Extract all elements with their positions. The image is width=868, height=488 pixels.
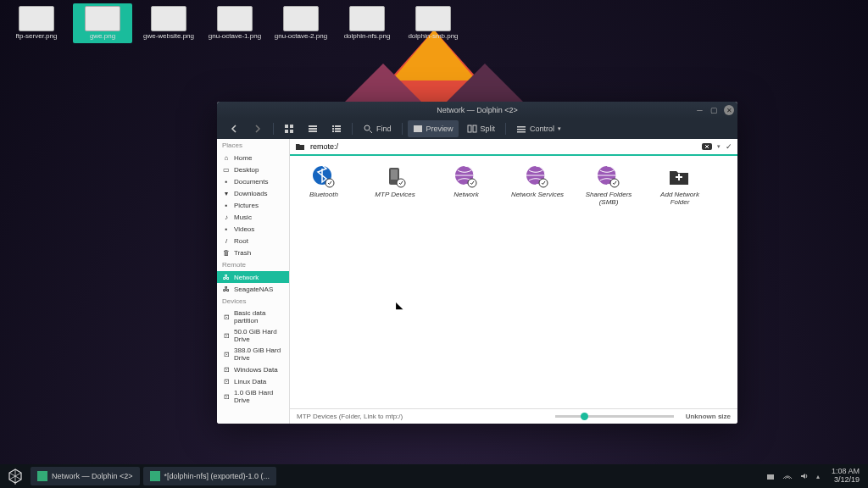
thumbnail-icon bbox=[217, 6, 253, 31]
place-icon: ♪ bbox=[222, 213, 231, 221]
sidebar-item-trash[interactable]: 🗑Trash bbox=[217, 247, 289, 258]
sidebar-item-desktop[interactable]: ▭Desktop bbox=[217, 164, 289, 175]
sidebar-item-seagatenas[interactable]: 🖧SeagateNAS bbox=[217, 283, 289, 295]
svg-rect-28 bbox=[391, 169, 398, 180]
network-item-network[interactable]: Network bbox=[439, 164, 493, 207]
thumbnail-icon bbox=[349, 6, 385, 31]
network-tray-icon[interactable] bbox=[782, 471, 793, 481]
svg-rect-14 bbox=[335, 128, 341, 130]
sidebar-item-label: 1.0 GiB Hard Drive bbox=[234, 389, 284, 404]
location-input[interactable] bbox=[310, 142, 697, 151]
svg-point-17 bbox=[364, 125, 370, 130]
sidebar-item-label: Music bbox=[234, 214, 252, 221]
desktop-icon[interactable]: dolphin-nfs.png bbox=[337, 3, 397, 43]
sidebar-item-50-0-gib-hard-drive[interactable]: ⊡50.0 GiB Hard Drive bbox=[217, 326, 289, 345]
sidebar-item-network[interactable]: 🖧Network bbox=[217, 271, 289, 283]
svg-rect-21 bbox=[517, 126, 526, 128]
minimize-button[interactable]: ─ bbox=[695, 106, 704, 115]
chevron-down-icon[interactable]: ▾ bbox=[717, 143, 721, 150]
sidebar-item-label: SeagateNAS bbox=[234, 286, 273, 293]
desktop-icon[interactable]: gwe.png bbox=[73, 3, 132, 43]
svg-rect-8 bbox=[309, 125, 317, 127]
item-label: Add Network Folder bbox=[653, 191, 707, 207]
place-icon: ⊡ bbox=[222, 350, 231, 358]
sidebar-item-label: Network bbox=[234, 274, 259, 281]
location-bar[interactable]: ▾ ✓ bbox=[290, 139, 737, 156]
preview-button[interactable]: Preview bbox=[408, 120, 459, 137]
place-icon: ⊡ bbox=[222, 392, 231, 401]
svg-rect-19 bbox=[468, 125, 471, 132]
desktop-icon[interactable]: ftp-server.png bbox=[7, 3, 66, 43]
tray-expand-icon[interactable]: ▴ bbox=[816, 473, 820, 480]
svg-rect-13 bbox=[332, 128, 334, 130]
sidebar-item-linux-data[interactable]: ⊡Linux Data bbox=[217, 375, 289, 387]
control-button[interactable]: Control ▾ bbox=[511, 120, 566, 137]
thumbnail-icon bbox=[415, 6, 451, 31]
window-title: Network — Dolphin <2> bbox=[437, 106, 518, 114]
icon-view[interactable]: BluetoothMTP DevicesNetworkNetwork Servi… bbox=[290, 156, 737, 408]
item-label: MTP Devices bbox=[375, 191, 415, 199]
sidebar-item-windows-data[interactable]: ⊡Windows Data bbox=[217, 363, 289, 375]
globe-icon bbox=[453, 164, 479, 190]
icon-label: gnu-octave-2.png bbox=[275, 33, 327, 41]
svg-rect-6 bbox=[285, 130, 288, 133]
sidebar-item-1-0-gib-hard-drive[interactable]: ⊡1.0 GiB Hard Drive bbox=[217, 387, 289, 406]
network-item-bluetooth[interactable]: Bluetooth bbox=[297, 164, 351, 207]
updates-icon[interactable] bbox=[765, 471, 776, 481]
desktop-icon[interactable]: gnu-octave-2.png bbox=[271, 3, 331, 43]
close-button[interactable]: ✕ bbox=[724, 105, 734, 115]
split-button[interactable]: Split bbox=[462, 120, 501, 137]
svg-rect-11 bbox=[332, 125, 334, 127]
sidebar-item-downloads[interactable]: ▾Downloads bbox=[217, 187, 289, 199]
go-icon[interactable]: ✓ bbox=[726, 142, 732, 151]
clear-icon[interactable] bbox=[702, 141, 712, 152]
icon-label: gnu-octave-1.png bbox=[209, 33, 261, 41]
icon-label: dolphin-smb.png bbox=[408, 33, 458, 41]
network-item-network-services[interactable]: Network Services bbox=[510, 164, 565, 207]
clock[interactable]: 1:08 AM 3/12/19 bbox=[826, 468, 865, 485]
network-item-shared-folders-smb-[interactable]: Shared Folders (SMB) bbox=[581, 164, 636, 207]
details-view-button[interactable] bbox=[326, 120, 347, 137]
place-icon: 🖧 bbox=[222, 273, 231, 281]
sidebar-item-label: Desktop bbox=[234, 166, 259, 174]
sidebar-item-pictures[interactable]: ▪Pictures bbox=[217, 199, 289, 211]
desktop-icon[interactable]: gwe-website.png bbox=[139, 3, 198, 43]
volume-icon[interactable] bbox=[799, 471, 810, 481]
network-item-add-network-folder[interactable]: Add Network Folder bbox=[653, 164, 707, 207]
sidebar-item-music[interactable]: ♪Music bbox=[217, 211, 289, 223]
add-icon bbox=[667, 164, 693, 190]
place-icon: ⊡ bbox=[222, 331, 231, 340]
task-entry[interactable]: Network — Dolphin <2> bbox=[31, 467, 140, 485]
application-launcher[interactable] bbox=[3, 466, 27, 486]
sidebar-item-label: Windows Data bbox=[234, 366, 278, 374]
compact-view-button[interactable] bbox=[303, 120, 323, 137]
titlebar[interactable]: Network — Dolphin <2> ─ ▢ ✕ bbox=[217, 102, 737, 119]
desktop-icon[interactable]: dolphin-smb.png bbox=[403, 3, 463, 43]
svg-rect-7 bbox=[290, 130, 293, 133]
icons-view-button[interactable] bbox=[279, 120, 299, 137]
bluetooth-icon bbox=[311, 164, 337, 190]
place-icon: ▭ bbox=[222, 165, 231, 174]
sidebar-item-388-0-gib-hard-drive[interactable]: ⊡388.0 GiB Hard Drive bbox=[217, 345, 289, 363]
maximize-button[interactable]: ▢ bbox=[709, 106, 719, 115]
sidebar-item-label: Videos bbox=[234, 225, 254, 233]
thumbnail-icon bbox=[283, 6, 319, 31]
sidebar-item-label: Root bbox=[234, 237, 248, 245]
size-text: Unknown size bbox=[686, 413, 731, 420]
zoom-slider[interactable] bbox=[555, 415, 674, 418]
places-panel: Places ⌂Home▭Desktop▪Documents▾Downloads… bbox=[217, 139, 290, 424]
sidebar-item-home[interactable]: ⌂Home bbox=[217, 152, 289, 164]
sidebar-item-basic-data-partition[interactable]: ⊡Basic data partition bbox=[217, 308, 289, 326]
network-item-mtp-devices[interactable]: MTP Devices bbox=[368, 164, 422, 207]
thumbnail-icon bbox=[151, 6, 186, 31]
sidebar-item-documents[interactable]: ▪Documents bbox=[217, 175, 289, 187]
find-button[interactable]: Find bbox=[358, 120, 397, 137]
svg-rect-9 bbox=[309, 128, 317, 130]
sidebar-item-root[interactable]: /Root bbox=[217, 235, 289, 247]
globe-icon bbox=[596, 164, 621, 190]
task-entry[interactable]: *[dolphin-nfs] (exported)-1.0 (... bbox=[143, 467, 277, 485]
back-button[interactable] bbox=[224, 120, 244, 137]
forward-button[interactable] bbox=[248, 120, 268, 137]
desktop-icon[interactable]: gnu-octave-1.png bbox=[205, 3, 264, 43]
sidebar-item-videos[interactable]: ▪Videos bbox=[217, 223, 289, 235]
